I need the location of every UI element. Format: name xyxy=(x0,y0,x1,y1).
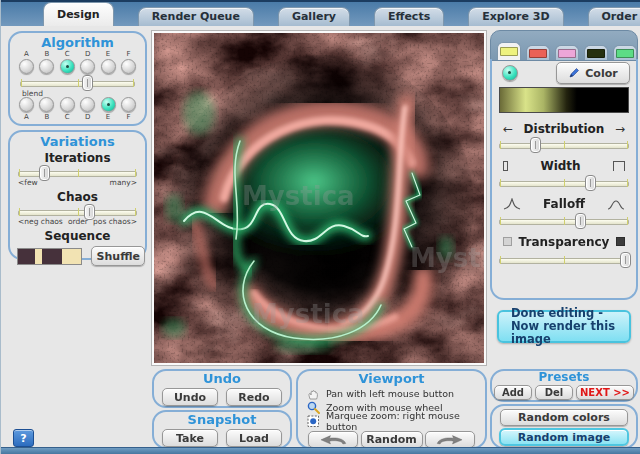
variations-title: Variations xyxy=(10,134,145,149)
distribution-slider[interactable] xyxy=(499,137,629,153)
color-swatch-tab-1[interactable] xyxy=(497,42,521,60)
preset-del-button[interactable]: Del xyxy=(535,385,573,400)
swatch-color xyxy=(558,49,576,58)
blend-slider-thumb[interactable] xyxy=(82,75,93,91)
distribution-slider-thumb[interactable] xyxy=(530,137,541,153)
history-back-button[interactable] xyxy=(308,431,358,448)
algorithm-row-1: ABCDEF xyxy=(10,50,145,74)
distribution-left-arrow[interactable]: ← xyxy=(503,123,513,135)
width-label: Width xyxy=(508,159,613,173)
algorithm-radio-C[interactable] xyxy=(60,59,75,74)
algorithm-letter-label: A xyxy=(24,50,29,58)
slider-tick xyxy=(500,256,501,264)
iterations-slider[interactable] xyxy=(18,165,137,181)
random-viewport-button[interactable]: Random xyxy=(361,431,423,448)
tab-order-info[interactable]: Order Info xyxy=(588,7,640,26)
algorithm-title: Algorithm xyxy=(10,35,145,50)
sequence-segment xyxy=(62,249,81,264)
back-arrow-icon xyxy=(316,433,350,447)
tab-design[interactable]: Design xyxy=(43,2,114,26)
falloff-slider[interactable] xyxy=(499,213,629,229)
falloff-slider-thumb[interactable] xyxy=(575,213,586,229)
fractal-canvas[interactable]: Mystica Mystica Mystica xyxy=(152,31,486,365)
algorithm-letter-label: F xyxy=(126,113,130,121)
opaque-icon xyxy=(616,237,625,246)
falloff-label: Falloff xyxy=(521,197,607,211)
algorithm-letter-label: C xyxy=(65,50,70,58)
redo-button[interactable]: Redo xyxy=(226,388,282,406)
transparent-icon xyxy=(503,237,512,246)
color-swatch-tab-2[interactable] xyxy=(526,45,550,60)
slider-tick xyxy=(627,217,628,225)
algorithm-letter-label: D xyxy=(85,113,90,121)
tab-explore-3d[interactable]: Explore 3D xyxy=(468,7,563,26)
window-bottom-edge xyxy=(1,447,640,454)
load-snapshot-button[interactable]: Load xyxy=(226,429,282,447)
distribution-right-arrow[interactable]: → xyxy=(615,123,625,135)
algorithm-radio-B[interactable] xyxy=(39,59,54,74)
marquee-hint-text: Marquee zoom: right mouse button xyxy=(326,410,485,432)
slider-tick xyxy=(78,169,79,177)
transparency-slider[interactable] xyxy=(499,252,629,268)
presets-title: Presets xyxy=(492,371,636,384)
color-swatch-tab-3[interactable] xyxy=(555,45,579,60)
tab-effects[interactable]: Effects xyxy=(374,7,444,26)
width-slider[interactable] xyxy=(499,175,629,191)
algorithm-letter-label: F xyxy=(126,50,130,58)
iterations-slider-thumb[interactable] xyxy=(39,165,50,181)
slider-tick xyxy=(564,179,565,187)
algorithm-radio-F[interactable] xyxy=(121,97,136,112)
random-image-button[interactable]: Random image xyxy=(499,428,629,446)
algorithm-radio-D[interactable] xyxy=(80,97,95,112)
slider-tick xyxy=(564,256,565,264)
sequence-segment xyxy=(18,249,35,264)
history-forward-button[interactable] xyxy=(425,431,475,448)
viewport-title: Viewport xyxy=(298,371,485,386)
color-swatch-tab-5[interactable] xyxy=(613,45,637,60)
algorithm-radio-B[interactable] xyxy=(39,97,54,112)
shuffle-button[interactable]: Shuffle xyxy=(91,246,145,266)
tab-gallery[interactable]: Gallery xyxy=(278,7,350,26)
snapshot-title: Snapshot xyxy=(154,412,290,427)
take-snapshot-button[interactable]: Take xyxy=(162,429,218,447)
algorithm-radio-F[interactable] xyxy=(121,59,136,74)
algorithm-letter-label: B xyxy=(44,50,49,58)
chaos-slider-thumb[interactable] xyxy=(84,204,95,220)
algorithm-letter-label: B xyxy=(44,113,49,121)
algorithm-letter-label: D xyxy=(85,50,90,58)
color-mode-radio[interactable] xyxy=(502,65,518,81)
chaos-slider[interactable] xyxy=(18,204,137,220)
swatch-color xyxy=(587,49,605,58)
slider-tick xyxy=(21,79,22,87)
slider-tick xyxy=(78,208,79,216)
watermark-text: Mystica xyxy=(252,299,365,329)
done-editing-button[interactable]: Done editing - Now render this image xyxy=(497,310,631,343)
gradient-preview[interactable] xyxy=(499,87,629,113)
presets-panel: Presets Add Del NEXT >> xyxy=(490,369,638,402)
zoom-magnifier-icon xyxy=(307,401,320,414)
undo-button[interactable]: Undo xyxy=(162,388,218,406)
help-button[interactable]: ? xyxy=(13,429,34,447)
algorithm-radio-E[interactable] xyxy=(101,97,116,112)
slider-tick xyxy=(133,79,134,87)
pencil-icon xyxy=(568,67,580,79)
transparency-slider-thumb[interactable] xyxy=(620,252,631,268)
preset-add-button[interactable]: Add xyxy=(494,385,532,400)
algorithm-radio-E[interactable] xyxy=(101,59,116,74)
blend-slider[interactable] xyxy=(20,75,135,91)
slider-tick xyxy=(500,179,501,187)
tab-render-queue[interactable]: Render Queue xyxy=(138,7,254,26)
algorithm-radio-A[interactable] xyxy=(19,97,34,112)
transparency-label: Transparency xyxy=(512,235,616,249)
algorithm-radio-C[interactable] xyxy=(60,97,75,112)
sequence-bar[interactable] xyxy=(17,248,82,265)
color-swatch-tab-4[interactable] xyxy=(584,45,608,60)
width-slider-thumb[interactable] xyxy=(585,175,596,191)
random-colors-button[interactable]: Random colors xyxy=(500,409,628,426)
color-button[interactable]: Color xyxy=(556,62,630,84)
preset-next-button[interactable]: NEXT >> xyxy=(576,385,634,400)
algorithm-radio-D[interactable] xyxy=(80,59,95,74)
slider-tick xyxy=(78,79,79,87)
slider-tick xyxy=(627,141,628,149)
algorithm-radio-A[interactable] xyxy=(19,59,34,74)
